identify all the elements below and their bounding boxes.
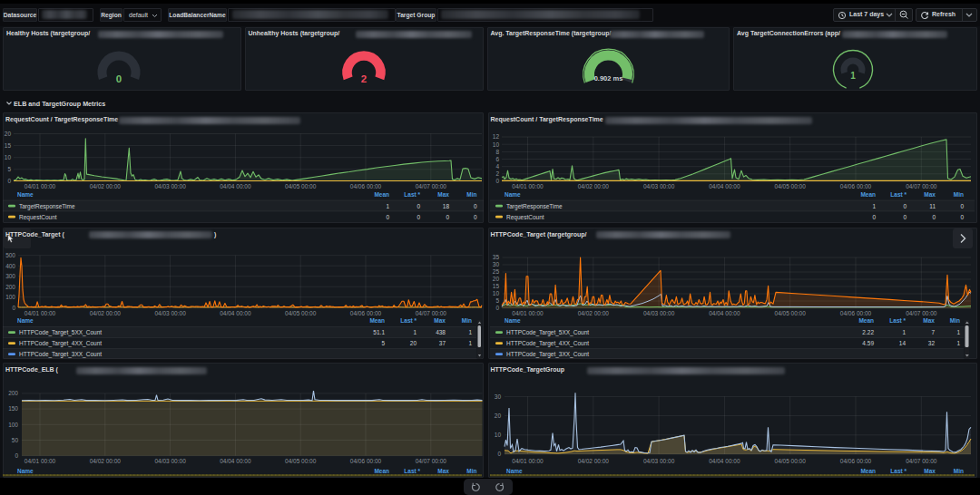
svg-text:0: 0 [932,214,936,220]
svg-text:0: 0 [416,203,420,209]
svg-text:04/06 00:00: 04/06 00:00 [840,310,872,316]
svg-text:8: 8 [495,149,499,155]
svg-text:04/07 00:00: 04/07 00:00 [906,458,937,464]
svg-text:TargetResponseTime: TargetResponseTime [19,203,75,210]
svg-text:0: 0 [960,203,964,209]
svg-text:30: 30 [493,261,500,267]
svg-text:Min: Min [466,468,476,474]
svg-text:20: 20 [495,412,502,419]
svg-text:04/01 00:00: 04/01 00:00 [512,310,544,316]
svg-text:04/06 00:00: 04/06 00:00 [350,310,382,316]
svg-text:04/02 00:00: 04/02 00:00 [578,183,610,189]
svg-text:04/02 00:00: 04/02 00:00 [578,310,610,316]
svg-text:0: 0 [12,305,15,311]
svg-text:200: 200 [5,284,15,290]
svg-text:20: 20 [5,131,12,137]
svg-text:12: 12 [493,133,500,140]
svg-text:HTTPCode_Target_5XX_Count: HTTPCode_Target_5XX_Count [506,329,589,336]
svg-text:04/07 00:00: 04/07 00:00 [416,183,447,189]
svg-text:04/05 00:00: 04/05 00:00 [285,458,317,464]
svg-text:04/04 00:00: 04/04 00:00 [709,310,740,316]
svg-text:5: 5 [495,297,499,304]
svg-text:Max: Max [437,191,449,198]
svg-text:10: 10 [5,154,12,160]
svg-text:20: 20 [493,276,500,282]
svg-text:0: 0 [872,214,876,220]
svg-text:5: 5 [7,166,11,172]
svg-text:Mean: Mean [374,468,389,474]
svg-text:04/07 00:00: 04/07 00:00 [416,310,447,316]
svg-text:04/04 00:00: 04/04 00:00 [220,183,251,189]
svg-text:6: 6 [495,156,499,162]
svg-text:04/02 00:00: 04/02 00:00 [90,458,122,464]
svg-text:RequestCount: RequestCount [19,214,57,221]
svg-text:04/06 00:00: 04/06 00:00 [840,183,872,189]
svg-text:0: 0 [474,214,477,220]
svg-text:0: 0 [497,451,501,457]
svg-text:Mean: Mean [860,468,876,474]
svg-text:1: 1 [468,340,472,346]
svg-text:0: 0 [474,203,477,209]
svg-text:0: 0 [386,214,389,220]
svg-text:Max: Max [924,191,936,198]
svg-text:0: 0 [495,305,499,311]
svg-text:14: 14 [899,340,906,346]
svg-text:04/04 00:00: 04/04 00:00 [709,183,740,189]
svg-text:0: 0 [446,214,449,220]
svg-text:04/01 00:00: 04/01 00:00 [512,183,544,189]
svg-text:HTTPCode_Target_5XX_Count: HTTPCode_Target_5XX_Count [19,329,102,336]
svg-text:4.59: 4.59 [862,340,874,346]
svg-text:Last *: Last * [890,468,906,474]
svg-text:2.22: 2.22 [862,329,874,335]
svg-text:RequestCount: RequestCount [506,214,544,221]
svg-text:04/03 00:00: 04/03 00:00 [643,310,675,316]
svg-text:04/05 00:00: 04/05 00:00 [775,458,807,464]
svg-text:300: 300 [5,273,15,279]
svg-text:0: 0 [15,452,18,459]
svg-text:Min: Min [954,468,964,474]
svg-text:100: 100 [5,294,15,300]
svg-text:1: 1 [468,329,472,335]
svg-text:04/03 00:00: 04/03 00:00 [643,458,675,464]
svg-text:04/03 00:00: 04/03 00:00 [154,310,186,316]
svg-text:04/03 00:00: 04/03 00:00 [643,183,675,189]
svg-text:1: 1 [956,340,960,346]
svg-text:500: 500 [5,252,15,258]
svg-text:7: 7 [931,329,935,335]
svg-text:Last *: Last * [400,317,416,324]
svg-text:Mean: Mean [860,191,876,198]
svg-text:1: 1 [902,329,906,335]
svg-text:10: 10 [495,432,502,438]
svg-text:HTTPCode_Target_3XX_Count: HTTPCode_Target_3XX_Count [506,351,589,358]
svg-text:Name: Name [17,191,34,198]
svg-text:04/02 00:00: 04/02 00:00 [90,310,122,316]
svg-text:1: 1 [872,203,876,209]
svg-text:HTTPCode_Target_4XX_Count: HTTPCode_Target_4XX_Count [19,340,102,347]
svg-text:04/06 00:00: 04/06 00:00 [840,458,872,464]
svg-text:0: 0 [7,178,11,184]
svg-text:Last *: Last * [404,468,420,474]
svg-text:Last *: Last * [890,191,906,198]
svg-text:04/07 00:00: 04/07 00:00 [416,458,447,464]
svg-text:04/04 00:00: 04/04 00:00 [220,310,251,316]
svg-text:04/07 00:00: 04/07 00:00 [906,183,937,189]
svg-text:30: 30 [495,393,502,400]
svg-text:04/05 00:00: 04/05 00:00 [775,310,807,316]
svg-text:Mean: Mean [858,317,874,324]
svg-text:Name: Name [505,317,521,324]
svg-text:18: 18 [443,203,450,209]
svg-text:2: 2 [495,170,499,177]
svg-text:10: 10 [493,141,500,148]
svg-text:04/01 00:00: 04/01 00:00 [24,458,56,464]
svg-text:Last *: Last * [404,191,420,198]
svg-text:Max: Max [924,468,936,474]
svg-text:HTTPCode_Target_3XX_Count: HTTPCode_Target_3XX_Count [19,351,102,358]
svg-text:25: 25 [493,268,500,275]
svg-text:04/04 00:00: 04/04 00:00 [220,458,251,464]
svg-text:Name: Name [505,191,521,198]
svg-text:04/06 00:00: 04/06 00:00 [350,183,382,189]
svg-text:Mean: Mean [374,191,389,198]
svg-text:04/04 00:00: 04/04 00:00 [709,458,740,464]
svg-text:4: 4 [495,163,499,170]
svg-text:200: 200 [8,390,18,396]
